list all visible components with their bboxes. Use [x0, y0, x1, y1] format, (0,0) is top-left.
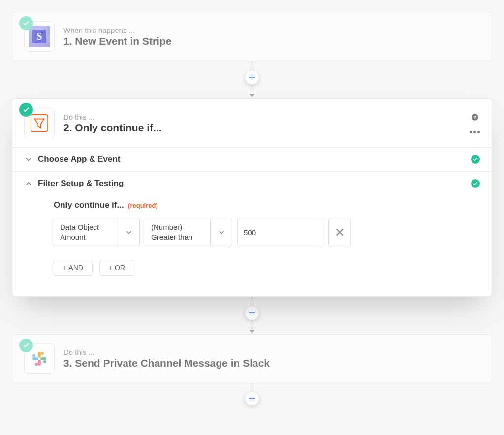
connector	[245, 297, 259, 334]
step-titles: When this happens ... 1. New Event in St…	[63, 26, 480, 47]
logic-buttons: + AND + OR	[54, 260, 480, 276]
step-kicker: Do this ...	[63, 113, 461, 121]
connector	[245, 383, 259, 406]
chevron-up-icon	[24, 179, 33, 188]
connector	[245, 61, 259, 98]
chevron-down-icon	[210, 218, 232, 247]
svg-rect-0	[31, 115, 48, 131]
step-header-actions: ?	[470, 113, 480, 133]
condition-row: Data Object Amount (Number) Greater than	[54, 218, 480, 247]
delete-condition-button[interactable]	[328, 218, 351, 247]
step-title: 1. New Event in Stripe	[63, 35, 480, 47]
status-ok-icon	[19, 339, 33, 352]
condition-operator-value: (Number) Greater than	[145, 218, 210, 247]
arrow-icon	[249, 93, 255, 98]
step-action-card[interactable]: Do this ... 3. Send Private Channel Mess…	[12, 334, 492, 383]
step-kicker: When this happens ...	[63, 26, 480, 34]
condition-field-value: Data Object Amount	[54, 218, 118, 247]
svg-rect-10	[35, 363, 38, 366]
add-step-button[interactable]	[245, 306, 259, 320]
chevron-down-icon	[118, 218, 139, 247]
step-filter-card: Do this ... 2. Only continue if... ? Cho…	[12, 98, 492, 297]
required-tag: (required)	[128, 202, 158, 209]
step-titles: Do this ... 3. Send Private Channel Mess…	[63, 348, 480, 369]
step-kicker: Do this ...	[63, 348, 480, 356]
stripe-icon: S	[29, 26, 50, 47]
step-header: S When this happens ... 1. New Event in …	[12, 12, 492, 61]
add-step-button[interactable]	[245, 391, 259, 406]
chevron-down-icon	[24, 155, 33, 164]
step-icon-container: S	[24, 21, 55, 52]
status-ok-icon	[19, 16, 33, 30]
section-title: Choose App & Event	[38, 155, 466, 164]
arrow-icon	[249, 329, 255, 334]
filter-label-text: Only continue if...	[54, 200, 124, 210]
condition-field-select[interactable]: Data Object Amount	[54, 218, 140, 247]
svg-rect-11	[32, 357, 38, 360]
add-step-button[interactable]	[245, 70, 259, 85]
status-ok-icon	[471, 155, 480, 164]
condition-value-input[interactable]	[237, 218, 323, 247]
step-icon-container	[24, 108, 55, 138]
add-or-button[interactable]: + OR	[99, 260, 134, 276]
condition-operator-select[interactable]: (Number) Greater than	[145, 218, 232, 247]
filter-body: Only continue if... (required) Data Obje…	[12, 195, 492, 296]
step-icon-container	[24, 343, 55, 374]
filter-icon	[29, 112, 50, 134]
step-title: 2. Only continue if...	[63, 122, 461, 134]
svg-rect-12	[32, 354, 35, 357]
status-ok-icon	[19, 103, 33, 117]
svg-rect-9	[38, 360, 41, 366]
svg-rect-7	[40, 357, 46, 360]
help-icon[interactable]: ?	[471, 113, 479, 123]
svg-rect-6	[41, 352, 44, 355]
status-ok-icon	[471, 179, 480, 188]
section-filter-setup[interactable]: Filter Setup & Testing	[12, 171, 492, 195]
section-title: Filter Setup & Testing	[38, 179, 466, 188]
svg-text:?: ?	[473, 115, 476, 120]
step-trigger-card[interactable]: S When this happens ... 1. New Event in …	[12, 12, 492, 61]
zap-editor-canvas: S When this happens ... 1. New Event in …	[0, 0, 504, 418]
more-menu-icon[interactable]	[470, 131, 480, 133]
step-header: Do this ... 3. Send Private Channel Mess…	[12, 335, 492, 383]
filter-condition-label: Only continue if... (required)	[54, 200, 480, 210]
slack-icon	[29, 348, 50, 370]
add-and-button[interactable]: + AND	[54, 260, 93, 276]
step-header: Do this ... 2. Only continue if... ?	[12, 99, 492, 147]
step-titles: Do this ... 2. Only continue if...	[63, 113, 461, 134]
section-choose-app-event[interactable]: Choose App & Event	[12, 147, 492, 171]
step-title: 3. Send Private Channel Message in Slack	[63, 357, 480, 369]
svg-rect-5	[38, 352, 41, 358]
svg-rect-8	[43, 360, 46, 363]
condition-value-field[interactable]	[244, 228, 317, 237]
